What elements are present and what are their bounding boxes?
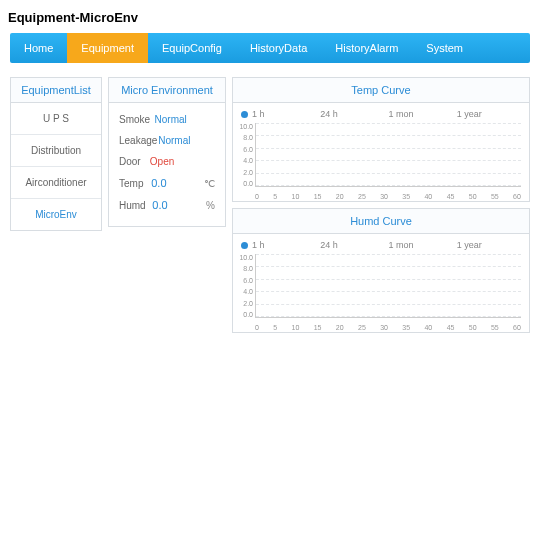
micro-env-panel: Micro Environment Smoke Normal Leakage N… — [108, 77, 226, 227]
env-value: 0.0 — [152, 199, 192, 211]
sidebar-item-distribution[interactable]: Distribution — [11, 135, 101, 167]
env-label: Leakage — [119, 135, 157, 146]
range-1h[interactable]: 1 h — [252, 240, 316, 250]
temp-curve-header: Temp Curve — [233, 78, 529, 103]
humd-range-selector: 1 h 24 h 1 mon 1 year — [233, 234, 529, 252]
range-24h[interactable]: 24 h — [320, 240, 384, 250]
temp-curve-panel: Temp Curve 1 h 24 h 1 mon 1 year 10.08.0… — [232, 77, 530, 202]
main-nav: Home Equipment EquipConfig HistoryData H… — [10, 33, 530, 63]
env-label: Door — [119, 156, 141, 167]
humd-chart: 10.08.06.04.02.00.0 05101520253035404550… — [233, 252, 529, 332]
env-label: Temp — [119, 178, 143, 189]
env-row-smoke: Smoke Normal — [117, 109, 217, 130]
humd-curve-panel: Humd Curve 1 h 24 h 1 mon 1 year 10.08.0… — [232, 208, 530, 333]
sidebar-item-airconditioner[interactable]: Airconditioner — [11, 167, 101, 199]
nav-historydata[interactable]: HistoryData — [236, 33, 321, 63]
env-row-leakage: Leakage Normal — [117, 130, 217, 151]
temp-range-selector: 1 h 24 h 1 mon 1 year — [233, 103, 529, 121]
range-1mon[interactable]: 1 mon — [389, 240, 453, 250]
sidebar-item-ups[interactable]: U P S — [11, 103, 101, 135]
range-1year[interactable]: 1 year — [457, 240, 521, 250]
env-label: Humd — [119, 200, 146, 211]
y-axis-ticks: 10.08.06.04.02.00.0 — [235, 123, 253, 187]
env-label: Smoke — [119, 114, 150, 125]
env-value: Normal — [158, 135, 198, 146]
env-value: Normal — [155, 114, 195, 125]
env-value: Open — [150, 156, 190, 167]
range-1year[interactable]: 1 year — [457, 109, 521, 119]
nav-home[interactable]: Home — [10, 33, 67, 63]
equipment-list-header: EquipmentList — [11, 78, 101, 103]
page-title: Equipment-MicroEnv — [0, 0, 540, 33]
nav-equipment[interactable]: Equipment — [67, 33, 148, 63]
equipment-list-panel: EquipmentList U P S Distribution Aircond… — [10, 77, 102, 231]
env-row-door: Door Open — [117, 151, 217, 172]
x-axis-ticks: 051015202530354045505560 — [255, 193, 521, 200]
env-value: 0.0 — [151, 177, 191, 189]
env-row-temp: Temp 0.0 ℃ — [117, 172, 217, 194]
nav-equipconfig[interactable]: EquipConfig — [148, 33, 236, 63]
x-axis-ticks: 051015202530354045505560 — [255, 324, 521, 331]
range-1mon[interactable]: 1 mon — [389, 109, 453, 119]
humd-curve-header: Humd Curve — [233, 209, 529, 234]
sidebar-item-microenv[interactable]: MicroEnv — [11, 199, 101, 230]
env-unit: ℃ — [199, 178, 215, 189]
temp-chart: 10.08.06.04.02.00.0 05101520253035404550… — [233, 121, 529, 201]
micro-env-header: Micro Environment — [109, 78, 225, 103]
nav-historyalarm[interactable]: HistoryAlarm — [321, 33, 412, 63]
range-1h[interactable]: 1 h — [252, 109, 316, 119]
env-unit: % — [199, 200, 215, 211]
range-24h[interactable]: 24 h — [320, 109, 384, 119]
series-dot-icon — [241, 111, 248, 118]
series-dot-icon — [241, 242, 248, 249]
y-axis-ticks: 10.08.06.04.02.00.0 — [235, 254, 253, 318]
nav-system[interactable]: System — [412, 33, 477, 63]
env-row-humd: Humd 0.0 % — [117, 194, 217, 216]
